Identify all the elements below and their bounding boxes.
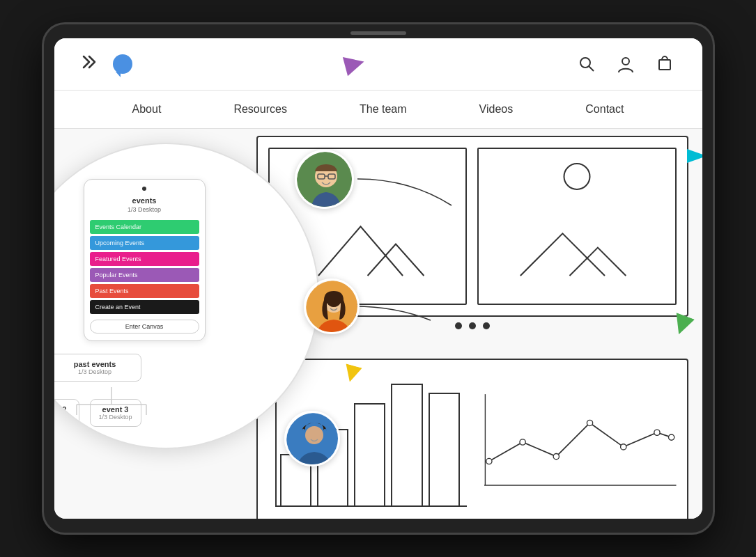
sitemap-tree: past events 1/3 Desktop event 2 1/3 Desk [54,354,141,427]
menu-item-events-calendar: Events Calendar [90,220,199,234]
cart-icon[interactable] [655,54,674,74]
main-content: events 1/3 Desktop Events Calendar Upcom… [54,129,702,519]
logo-bubble-icon [113,54,132,74]
search-icon[interactable] [577,54,596,74]
svg-point-15 [553,454,559,460]
svg-line-1 [589,66,594,71]
menu-item-featured-events: Featured Events [90,252,199,266]
avatar-youth [284,411,340,466]
svg-point-18 [654,430,660,435]
svg-point-14 [520,439,525,445]
svg-marker-8 [687,149,702,163]
menu-item-popular-events: Popular Events [90,268,199,282]
logo-arrows-icon [82,53,107,75]
bar-4 [391,384,422,505]
header-logo [82,53,132,75]
svg-marker-9 [670,313,695,338]
header [54,38,702,91]
menu-item-create-event: Create an Event [90,300,199,314]
avatar-youth-image [286,413,340,466]
svg-point-16 [587,420,592,425]
avatar-woman-image [306,281,360,334]
center-arrow-icon [342,52,366,76]
bar-3 [354,403,385,505]
sitemap-node-subtitle: 1/3 Desktop [58,368,132,375]
tree-connector-svg [70,387,209,415]
avatar-man-image [297,152,354,209]
dot-1 [455,322,462,329]
enter-canvas-button[interactable]: Enter Canvas [90,320,199,334]
svg-point-19 [668,434,674,440]
arrow-cyan-right [687,146,702,168]
dot-3 [483,322,490,329]
image-placeholder-2 [477,148,677,305]
mobile-card: events 1/3 Desktop Events Calendar Upcom… [84,179,206,341]
arrow-green-down [672,315,692,338]
nav-item-the-team[interactable]: The team [348,97,418,121]
header-icons [577,54,674,74]
bar-5 [429,393,460,505]
svg-point-17 [621,444,626,450]
sitemap-event-2-subtitle: 1/3 Desktop [54,414,70,421]
nav-item-resources[interactable]: Resources [222,97,298,121]
avatar-woman [304,278,360,334]
sitemap-event-2-title: event 2 [54,405,70,414]
line-chart-svg [484,370,677,514]
svg-point-0 [580,58,590,68]
mobile-card-subtitle: 1/3 Desktop [90,206,199,213]
line-chart-container [484,370,677,514]
mobile-menu-list: Events Calendar Upcoming Events Featured… [90,220,199,314]
arrow-yellow-down [344,366,360,385]
svg-point-2 [622,58,629,65]
carousel-dots [455,322,490,329]
nav-item-videos[interactable]: Videos [468,97,525,121]
dot-2 [469,322,476,329]
tablet-frame: About Resources The team Videos Contact … [44,24,713,533]
menu-item-past-events: Past Events [90,284,199,298]
user-icon[interactable] [616,54,635,74]
mobile-card-title: events [90,196,199,205]
avatar-man [295,150,354,209]
sitemap-past-events: past events 1/3 Desktop [54,354,141,382]
tablet-screen: About Resources The team Videos Contact … [54,38,702,519]
tablet-home-bar [350,31,406,35]
mobile-dot [142,187,146,191]
nav-item-about[interactable]: About [121,97,173,121]
nav-bar: About Resources The team Videos Contact [54,91,702,129]
menu-item-upcoming-events: Upcoming Events [90,236,199,250]
svg-marker-10 [341,363,362,384]
sitemap-node-title: past events [58,360,132,368]
svg-rect-3 [659,60,670,70]
nav-item-contact[interactable]: Contact [574,97,635,121]
svg-point-13 [486,458,492,464]
